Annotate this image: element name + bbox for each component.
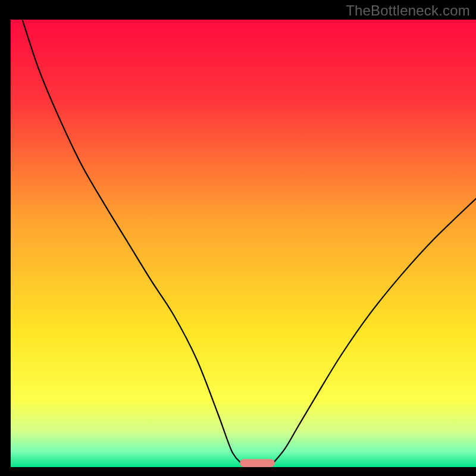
optimal-range-pill [240,459,275,467]
chart-frame: TheBottleneck.com [0,0,476,476]
bottleneck-chart [0,0,476,476]
watermark-text: TheBottleneck.com [346,2,470,19]
plot-background [11,20,476,467]
